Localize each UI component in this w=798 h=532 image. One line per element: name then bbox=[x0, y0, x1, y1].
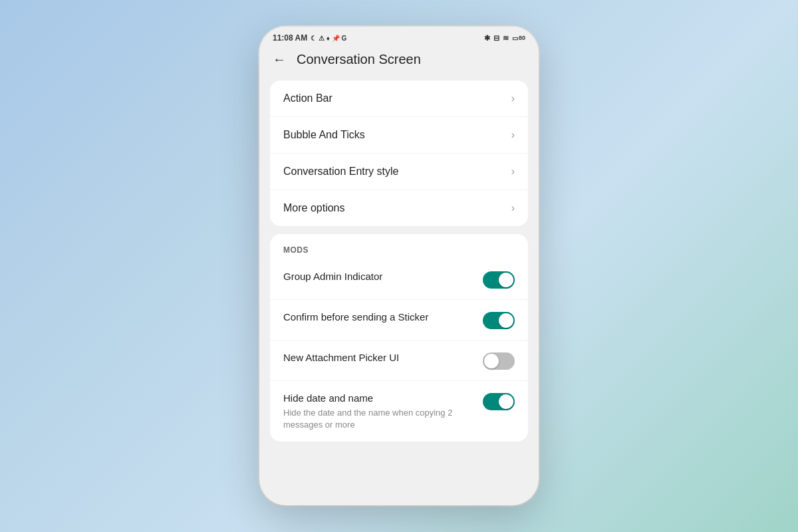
menu-card: Action Bar › Bubble And Ticks › Conversa… bbox=[270, 80, 528, 226]
chevron-icon-action-bar: › bbox=[511, 92, 515, 104]
toggle-knob-group-admin bbox=[499, 273, 513, 287]
mods-header: MODS bbox=[270, 234, 528, 259]
toggle-text-attachment-picker: New Attachment Picker UI bbox=[283, 351, 483, 364]
toggle-group-admin[interactable] bbox=[483, 271, 515, 289]
bluetooth-icon: ✱ bbox=[484, 34, 490, 43]
wifi-icon: ≋ bbox=[503, 34, 509, 43]
toggle-item-group-admin: Group Admin Indicator bbox=[270, 259, 528, 300]
toggle-item-hide-date: Hide date and name Hide the date and the… bbox=[270, 381, 528, 442]
toggle-text-hide-date: Hide date and name Hide the date and the… bbox=[283, 392, 483, 431]
toggle-title-group-admin: Group Admin Indicator bbox=[283, 270, 475, 283]
toggle-attachment-picker[interactable] bbox=[483, 352, 515, 370]
menu-label-conversation-entry: Conversation Entry style bbox=[283, 166, 398, 178]
status-bar: 11:08 AM ☾ ⚠ ♦ 📌 G ✱ ⊟ ≋ ▭80 bbox=[259, 27, 539, 47]
menu-label-bubble-ticks: Bubble And Ticks bbox=[283, 129, 365, 141]
status-icons-left: ☾ ⚠ ♦ 📌 G bbox=[311, 35, 346, 42]
menu-label-action-bar: Action Bar bbox=[283, 92, 332, 104]
nav-bar: ← Conversation Screen bbox=[259, 47, 539, 75]
toggle-title-attachment-picker: New Attachment Picker UI bbox=[283, 351, 475, 364]
screenshot-icon: ⊟ bbox=[493, 34, 499, 43]
chevron-icon-more-options: › bbox=[511, 202, 515, 214]
toggle-text-confirm-sticker: Confirm before sending a Sticker bbox=[283, 311, 483, 324]
toggle-knob-hide-date bbox=[499, 394, 513, 409]
toggle-knob-confirm-sticker bbox=[499, 313, 513, 328]
menu-item-action-bar[interactable]: Action Bar › bbox=[270, 80, 528, 117]
back-button[interactable]: ← bbox=[273, 52, 286, 67]
toggle-confirm-sticker[interactable] bbox=[483, 312, 515, 329]
toggle-item-attachment-picker: New Attachment Picker UI bbox=[270, 340, 528, 381]
toggle-subtitle-hide-date: Hide the date and the name when copying … bbox=[283, 407, 475, 431]
toggle-text-group-admin: Group Admin Indicator bbox=[283, 270, 483, 283]
menu-label-more-options: More options bbox=[283, 202, 345, 214]
toggle-item-confirm-sticker: Confirm before sending a Sticker bbox=[270, 300, 528, 340]
toggle-hide-date[interactable] bbox=[483, 393, 515, 410]
mods-card: MODS Group Admin Indicator Confirm befor… bbox=[270, 234, 528, 442]
menu-item-conversation-entry[interactable]: Conversation Entry style › bbox=[270, 154, 528, 190]
battery-icon: ▭80 bbox=[512, 35, 525, 42]
menu-item-bubble-ticks[interactable]: Bubble And Ticks › bbox=[270, 117, 528, 154]
content-area: Action Bar › Bubble And Ticks › Conversa… bbox=[259, 75, 539, 505]
menu-item-more-options[interactable]: More options › bbox=[270, 190, 528, 226]
toggle-title-confirm-sticker: Confirm before sending a Sticker bbox=[283, 311, 475, 324]
phone-frame: 11:08 AM ☾ ⚠ ♦ 📌 G ✱ ⊟ ≋ ▭80 ← Conversat… bbox=[259, 27, 539, 505]
status-time: 11:08 AM ☾ ⚠ ♦ 📌 G bbox=[273, 33, 346, 43]
toggle-title-hide-date: Hide date and name bbox=[283, 392, 475, 405]
toggle-knob-attachment-picker bbox=[484, 354, 499, 368]
page-title: Conversation Screen bbox=[297, 52, 421, 67]
mods-section-label: MODS bbox=[283, 245, 309, 255]
chevron-icon-conversation-entry: › bbox=[511, 166, 515, 178]
chevron-icon-bubble-ticks: › bbox=[511, 129, 515, 141]
status-icons-right: ✱ ⊟ ≋ ▭80 bbox=[484, 34, 525, 43]
